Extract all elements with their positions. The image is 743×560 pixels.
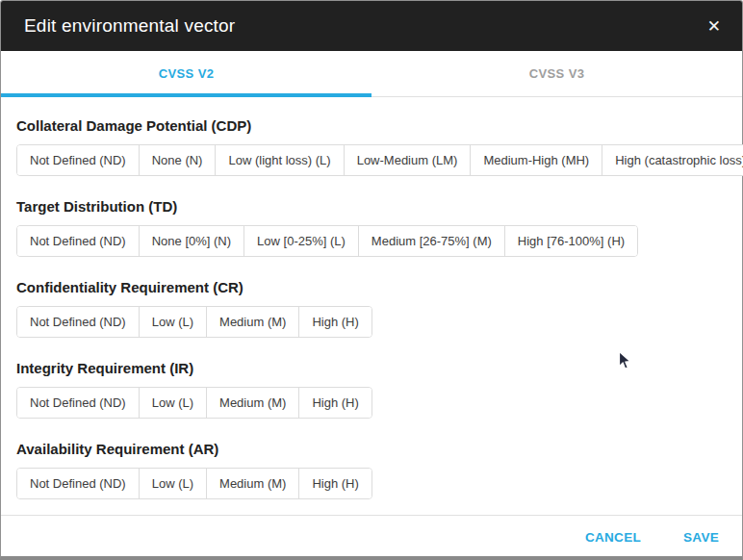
option-button-group: Not Defined (ND)None [0%] (N)Low [0-25%]… (16, 225, 638, 257)
option-button[interactable]: High (catastrophic loss) (H) (602, 145, 743, 175)
vector-section: Availability Requirement (AR) Not Define… (16, 442, 727, 499)
option-button[interactable]: None (N) (140, 145, 217, 175)
cancel-button[interactable]: CANCEL (585, 530, 641, 545)
option-button[interactable]: High (H) (299, 388, 371, 418)
section-title: Integrity Requirement (IR) (16, 361, 727, 376)
dialog-title: Edit environmental vector (24, 15, 702, 37)
section-title: Target Distribution (TD) (16, 199, 727, 215)
option-button[interactable]: Not Defined (ND) (17, 388, 140, 418)
vector-section: Collateral Damage Potential (CDP) Not De… (16, 118, 727, 176)
dialog-footer: CANCEL SAVE (1, 515, 742, 559)
vector-section: Target Distribution (TD) Not Defined (ND… (16, 199, 727, 257)
option-button[interactable]: Not Defined (ND) (17, 226, 140, 256)
option-button-group: Not Defined (ND)Low (L)Medium (M)High (H… (16, 468, 372, 499)
vector-section: Integrity Requirement (IR) Not Defined (… (16, 361, 727, 419)
option-button[interactable]: Not Defined (ND) (17, 469, 140, 498)
tab-cvss-v2[interactable]: CVSS V2 (1, 51, 372, 96)
option-button[interactable]: Low (L) (140, 469, 207, 498)
dialog-header: Edit environmental vector ✕ (1, 1, 742, 51)
section-title: Confidentiality Requirement (CR) (16, 280, 727, 295)
option-button[interactable]: Medium (M) (207, 307, 299, 337)
tab-cvss-v3[interactable]: CVSS V3 (372, 51, 742, 96)
option-button[interactable]: Low [0-25%] (L) (244, 226, 359, 256)
option-button-group: Not Defined (ND)Low (L)Medium (M)High (H… (16, 306, 372, 338)
option-button[interactable]: High (H) (299, 469, 371, 498)
option-button-group: Not Defined (ND)None (N)Low (light loss)… (16, 144, 743, 176)
tab-bar: CVSS V2 CVSS V3 (1, 51, 742, 97)
option-button[interactable]: Medium (M) (207, 469, 299, 498)
option-button[interactable]: Low (L) (140, 388, 207, 418)
option-button[interactable]: Not Defined (ND) (17, 307, 140, 337)
option-button[interactable]: High (H) (299, 307, 371, 337)
option-button[interactable]: Medium [26-75%] (M) (359, 226, 505, 256)
option-button[interactable]: Medium (M) (207, 388, 299, 418)
option-button-group: Not Defined (ND)Low (L)Medium (M)High (H… (16, 387, 372, 419)
option-button[interactable]: Low-Medium (LM) (345, 145, 472, 175)
section-title: Collateral Damage Potential (CDP) (16, 118, 727, 134)
dialog-content: Collateral Damage Potential (CDP) Not De… (1, 97, 742, 499)
option-button[interactable]: Medium-High (MH) (471, 145, 602, 175)
option-button[interactable]: Not Defined (ND) (17, 145, 140, 175)
section-title: Availability Requirement (AR) (16, 442, 727, 457)
edit-environmental-vector-dialog: Edit environmental vector ✕ CVSS V2 CVSS… (0, 0, 743, 560)
option-button[interactable]: None [0%] (N) (140, 226, 244, 256)
tab-cvss-v2-label: CVSS V2 (159, 66, 215, 81)
close-icon[interactable]: ✕ (702, 13, 727, 40)
option-button[interactable]: High [76-100%] (H) (505, 226, 637, 256)
option-button[interactable]: Low (L) (140, 307, 207, 337)
save-button[interactable]: SAVE (683, 530, 719, 545)
vector-section: Confidentiality Requirement (CR) Not Def… (16, 280, 727, 338)
tab-cvss-v3-label: CVSS V3 (529, 66, 585, 81)
option-button[interactable]: Low (light loss) (L) (216, 145, 344, 175)
